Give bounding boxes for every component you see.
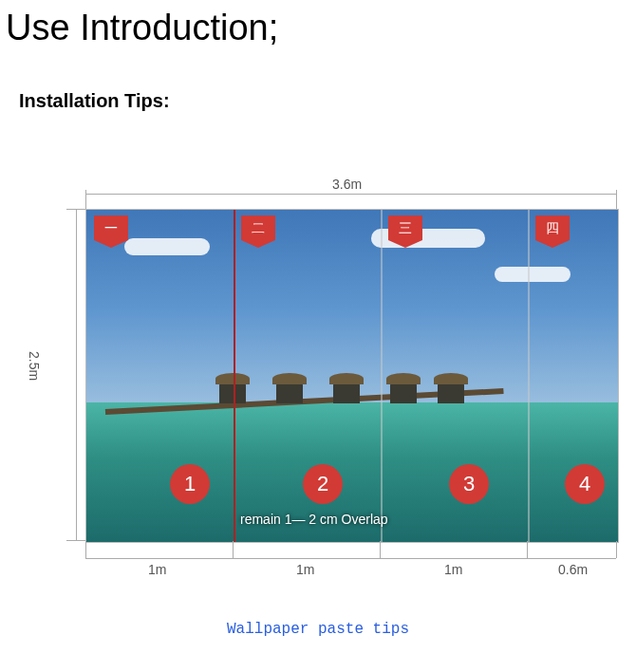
panel-width-dimensions: 1m 1m 1m 0.6m — [85, 541, 617, 579]
panel-divider — [381, 210, 383, 542]
page: Use Introduction; Installation Tips: 3.6… — [0, 0, 636, 672]
hut-icon — [219, 383, 246, 403]
panel-tab-1: 一 — [94, 215, 128, 240]
panel-divider — [234, 210, 235, 542]
panel-badge-1: 1 — [170, 464, 210, 504]
panel-width-label-2: 1m — [296, 562, 314, 577]
cloud-icon — [124, 238, 210, 255]
panel-width-label-1: 1m — [148, 562, 166, 577]
panel-tab-3: 三 — [388, 215, 422, 240]
overlap-note: remain 1— 2 cm Overlap — [240, 512, 388, 527]
figure-caption: Wallpaper paste tips — [0, 621, 636, 638]
total-height-label: 2.5m — [27, 351, 42, 381]
hut-icon — [438, 383, 464, 403]
panel-tab-2: 二 — [241, 215, 275, 240]
total-width-dimension: 3.6m — [85, 190, 617, 209]
panel-tab-4: 四 — [535, 215, 570, 240]
total-width-label: 3.6m — [332, 177, 362, 192]
panel-width-label-4: 0.6m — [558, 562, 588, 577]
hut-icon — [333, 383, 360, 403]
wallpaper-diagram: 一 二 三 四 1 2 3 4 remain 1— 2 cm Overlap — [85, 209, 619, 543]
panel-badge-3: 3 — [449, 464, 489, 504]
panel-badge-2: 2 — [303, 464, 343, 504]
cloud-icon — [495, 267, 571, 282]
page-heading: Use Introduction; — [0, 0, 636, 48]
panel-divider — [528, 210, 530, 542]
hut-icon — [390, 383, 417, 403]
panel-badge-4: 4 — [565, 464, 605, 504]
total-height-dimension: 2.5m — [66, 209, 85, 541]
section-subtitle: Installation Tips: — [0, 48, 636, 112]
panel-width-label-3: 1m — [444, 562, 462, 577]
hut-icon — [276, 383, 303, 403]
